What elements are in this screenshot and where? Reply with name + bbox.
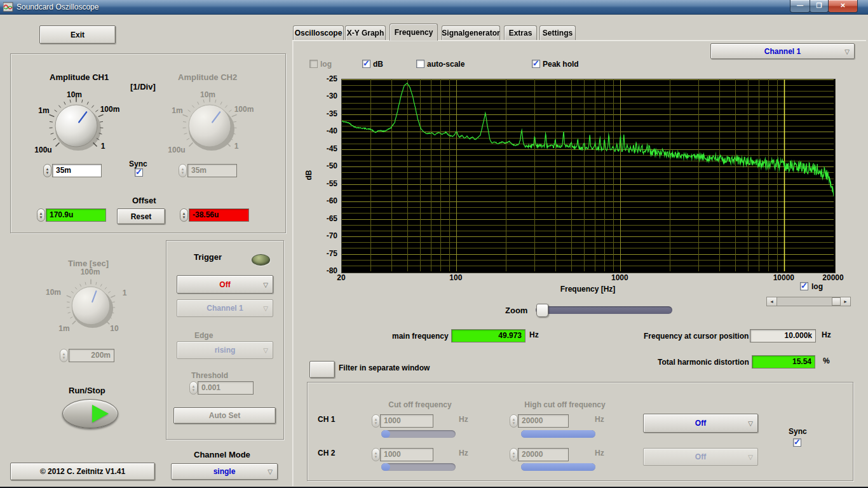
- chevron-down-icon: ▽: [263, 281, 268, 288]
- tab-extras[interactable]: Extras: [504, 25, 537, 40]
- knob-scale-label: 1: [234, 142, 239, 151]
- knob-scale-label: 10m: [200, 90, 215, 99]
- knob-scale-label: 100m: [81, 268, 100, 276]
- amplitude-ch2-value: 35m: [187, 164, 237, 177]
- auto-set-button[interactable]: Auto Set: [173, 407, 276, 424]
- trigger-title: Trigger: [194, 252, 222, 262]
- offset-reset-label: Reset: [131, 212, 152, 221]
- offset-ch2-spinner[interactable]: ▲▼: [180, 208, 188, 222]
- knob-scale-label: 100u: [168, 146, 185, 154]
- tab-label: Oscilloscope: [295, 29, 342, 37]
- soundcard-oscilloscope-window: { "window": { "title": "Soundcard Oszill…: [0, 0, 868, 488]
- offset-reset-button[interactable]: Reset: [117, 208, 165, 224]
- trigger-led-indicator: [252, 254, 270, 266]
- tab-xy-graph[interactable]: X-Y Graph: [345, 25, 386, 40]
- offset-ch2-value[interactable]: -38.56u: [189, 208, 249, 222]
- trigger-mode-dropdown[interactable]: Off ▽: [177, 275, 273, 294]
- channel-mode-label: Channel Mode: [194, 450, 250, 460]
- knob-scale-label: 1m: [58, 324, 69, 333]
- run-stop-button[interactable]: [62, 399, 118, 428]
- title-bar[interactable]: Soundcard Oszilloscope — ❐ ✕: [0, 0, 868, 15]
- offset-title: Offset: [132, 196, 156, 206]
- trigger-source-dropdown: Channel 1 ▽: [177, 299, 273, 317]
- exit-button[interactable]: Exit: [39, 25, 116, 44]
- app-icon: [3, 2, 13, 12]
- knob-scale-label: 1: [101, 142, 105, 151]
- tab-page: [292, 40, 866, 486]
- trigger-source-value: Channel 1: [207, 304, 243, 313]
- channel-mode-dropdown[interactable]: single ▽: [171, 463, 278, 480]
- knob-scale-label: 1m: [38, 106, 49, 115]
- chevron-down-icon: ▽: [268, 468, 273, 475]
- edge-label: Edge: [194, 331, 213, 341]
- chevron-down-icon: ▽: [263, 305, 268, 312]
- auto-set-label: Auto Set: [209, 411, 240, 420]
- threshold-label: Threshold: [191, 371, 228, 381]
- chevron-down-icon: ▽: [263, 347, 268, 354]
- knob-scale-label: 100m: [100, 105, 120, 114]
- run-stop-label: Run/Stop: [69, 386, 105, 396]
- amplitude-ch2-title: Amplitude CH2: [178, 72, 237, 83]
- time-spinner: ▲▼: [60, 349, 68, 362]
- restore-button[interactable]: ❐: [810, 0, 829, 13]
- play-icon: [92, 405, 109, 423]
- amplitude-ch1-knob[interactable]: [44, 94, 108, 158]
- knob-scale-label: 10m: [46, 288, 61, 297]
- threshold-value: 0.001: [198, 381, 254, 395]
- trigger-mode-value: Off: [219, 280, 230, 289]
- window-title: Soundcard Oszilloscope: [17, 3, 98, 11]
- tab-label: X-Y Graph: [347, 29, 384, 37]
- knob-scale-label: 100u: [34, 146, 51, 154]
- trigger-edge-dropdown: rising ▽: [177, 341, 273, 359]
- time-value: 200m: [69, 349, 114, 362]
- close-button[interactable]: ✕: [828, 0, 858, 13]
- tab-label: Frequency: [395, 28, 433, 37]
- tab-signalgenerator[interactable]: Signalgenerator: [442, 25, 500, 40]
- knob-scale-label: 10m: [67, 90, 82, 99]
- amplitude-ch1-spinner[interactable]: ▲▼: [43, 164, 51, 177]
- tab-frequency[interactable]: Frequency: [390, 24, 438, 41]
- amplitude-ch1-value[interactable]: 35m: [52, 164, 102, 177]
- tab-label: Settings: [543, 29, 573, 37]
- knob-scale-label: 1m: [172, 106, 182, 115]
- exit-button-label: Exit: [71, 30, 85, 39]
- copyright-button[interactable]: © 2012 C. Zeitnitz V1.41: [10, 463, 155, 480]
- amplitude-ch1-title: Amplitude CH1: [50, 72, 109, 83]
- offset-ch1-spinner[interactable]: ▲▼: [37, 208, 45, 222]
- tab-label: Extras: [509, 29, 532, 37]
- amplitude-ch2-knob: [178, 94, 241, 158]
- threshold-spinner: ▲▼: [189, 381, 198, 395]
- tab-settings[interactable]: Settings: [539, 25, 576, 40]
- knob-scale-label: 1: [123, 288, 127, 297]
- knob-scale-label: 100m: [234, 105, 254, 114]
- channel-mode-value: single: [214, 467, 236, 476]
- per-div-label: [1/Div]: [130, 82, 156, 92]
- tab-oscilloscope[interactable]: Oscilloscope: [293, 25, 344, 40]
- trigger-edge-value: rising: [215, 346, 236, 355]
- copyright-label: © 2012 C. Zeitnitz V1.41: [40, 467, 125, 476]
- offset-ch1-value[interactable]: 170.9u: [46, 208, 106, 222]
- minimize-button[interactable]: —: [790, 0, 810, 13]
- knob-scale-label: 10: [110, 324, 118, 333]
- amplitude-ch2-spinner: ▲▼: [179, 164, 187, 177]
- sync-checkbox[interactable]: [135, 168, 143, 177]
- tab-label: Signalgenerator: [442, 29, 499, 37]
